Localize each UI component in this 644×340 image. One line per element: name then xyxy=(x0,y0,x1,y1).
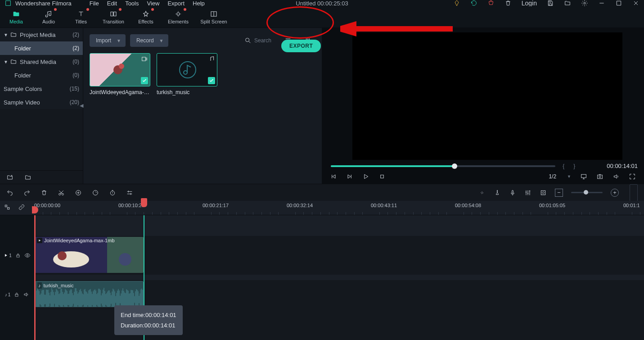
prev-frame-icon[interactable] xyxy=(330,173,337,180)
audio-track[interactable]: ♪1 ♪turkish_music xyxy=(0,280,644,309)
tab-audio[interactable]: Audio xyxy=(32,6,65,27)
elements-icon xyxy=(174,10,182,18)
speed-icon[interactable] xyxy=(92,189,99,196)
ruler-tick: 00:01:05:05 xyxy=(539,203,565,208)
match-icon[interactable] xyxy=(4,204,11,211)
keyframe-icon[interactable] xyxy=(540,189,547,196)
record-dropdown[interactable]: Record▼ xyxy=(130,34,168,47)
media-item-name: turkish_music xyxy=(157,89,217,95)
sidebar-item-sample-video[interactable]: Sample Video (20) xyxy=(0,95,83,109)
delete-icon[interactable] xyxy=(41,189,48,196)
export-button[interactable]: EXPORT xyxy=(281,40,321,52)
preview-timecode: 00:00:14:01 xyxy=(607,163,638,169)
lock-icon[interactable] xyxy=(15,253,21,258)
video-clip[interactable]: JointWideeyedAgama-max-1mb xyxy=(35,237,144,273)
tab-effects[interactable]: Effects xyxy=(130,6,162,27)
titles-icon xyxy=(77,10,85,18)
dot-icon xyxy=(151,8,154,11)
sidebar-item-folder-1[interactable]: Folder (2) xyxy=(0,41,83,55)
marker-icon[interactable] xyxy=(494,189,501,196)
adjust-icon[interactable] xyxy=(126,189,133,196)
display-icon[interactable] xyxy=(580,173,587,180)
ruler-tick: 00:00:21:17 xyxy=(203,203,229,208)
preview-slider[interactable] xyxy=(331,165,555,167)
media-item[interactable]: turkish_music xyxy=(157,53,217,95)
undo-icon[interactable] xyxy=(6,189,14,196)
stop-icon[interactable] xyxy=(378,173,386,180)
diamond-icon[interactable] xyxy=(453,0,460,7)
login-button[interactable]: Login xyxy=(522,0,537,7)
tab-splitscreen-label: Split Screen xyxy=(200,19,227,24)
tab-splitscreen[interactable]: Split Screen xyxy=(194,6,233,27)
maximize-icon[interactable] xyxy=(615,0,622,7)
preview-video[interactable] xyxy=(352,32,622,160)
visibility-icon[interactable] xyxy=(24,252,31,258)
svg-rect-27 xyxy=(512,190,513,193)
folder-icon xyxy=(10,31,17,38)
audio-clip[interactable]: ♪turkish_music xyxy=(35,281,144,307)
mixer-icon[interactable] xyxy=(524,189,531,196)
menu-tools[interactable]: Tools xyxy=(125,0,139,7)
redo-icon[interactable] xyxy=(23,189,31,196)
zoom-out-button[interactable]: − xyxy=(555,189,563,197)
zoom-slider[interactable] xyxy=(571,192,603,193)
trash-icon[interactable] xyxy=(504,0,512,7)
next-frame-icon[interactable] xyxy=(346,173,353,180)
range-start-marker[interactable] xyxy=(34,215,36,340)
work-area: ▼ Project Media (2) Folder (2) ▼ Shared … xyxy=(0,28,644,184)
sidebar-item-sample-colors[interactable]: Sample Colors (15) xyxy=(0,82,83,95)
menu-view[interactable]: View xyxy=(147,0,159,7)
fullscreen-icon[interactable] xyxy=(629,173,636,180)
voiceover-icon[interactable] xyxy=(509,189,516,196)
menu-help[interactable]: Help xyxy=(193,0,205,7)
sidebar-item-shared-media[interactable]: ▼ Shared Media (0) xyxy=(0,55,83,68)
open-icon[interactable] xyxy=(564,0,571,7)
crop-icon[interactable] xyxy=(75,189,82,196)
mute-icon[interactable] xyxy=(23,291,29,298)
timeline-ruler[interactable]: 00:00:00:0000:00:10:2000:00:21:1700:00:3… xyxy=(0,201,644,215)
dot-icon xyxy=(184,8,186,11)
zoom-in-button[interactable]: + xyxy=(611,189,619,197)
menu-export[interactable]: Export xyxy=(167,0,185,7)
timeline-tracks: 1 JointWideeyedAgama-max-1mb ♪1 xyxy=(0,215,644,340)
svg-point-24 xyxy=(93,190,98,195)
volume-icon[interactable] xyxy=(612,173,620,180)
panel-collapse-icon[interactable]: ◀ xyxy=(80,103,83,109)
folder-icon[interactable] xyxy=(24,174,32,181)
splitscreen-icon xyxy=(210,10,218,18)
video-track[interactable]: 1 JointWideeyedAgama-max-1mb xyxy=(0,236,644,275)
title-bar: Wondershare Filmora File Edit Tools View… xyxy=(0,0,644,6)
duration-icon[interactable] xyxy=(109,189,116,196)
close-icon[interactable] xyxy=(632,0,639,7)
tab-media[interactable]: Media xyxy=(0,6,32,27)
sidebar-item-project-media[interactable]: ▼ Project Media (2) xyxy=(0,28,83,41)
preview-panel: { } 00:00:14:01 1/2▼ xyxy=(322,28,644,184)
svg-point-14 xyxy=(119,63,124,69)
lock-icon[interactable] xyxy=(14,292,19,297)
save-icon[interactable] xyxy=(547,0,554,7)
search-icon xyxy=(244,37,252,44)
render-icon[interactable] xyxy=(478,189,486,196)
cut-icon[interactable] xyxy=(58,189,65,196)
menu-file[interactable]: File xyxy=(90,0,99,7)
tab-elements[interactable]: Elements xyxy=(162,6,194,27)
search-input[interactable]: Search xyxy=(244,37,276,44)
snapshot-icon[interactable] xyxy=(596,173,603,180)
media-item[interactable]: JointWideeyedAgama-ma... xyxy=(90,53,150,95)
new-folder-icon[interactable] xyxy=(6,174,14,181)
sidebar-item-folder-2[interactable]: Folder (0) xyxy=(0,68,83,82)
minimize-icon[interactable] xyxy=(598,0,605,7)
cart-icon[interactable] xyxy=(487,0,495,7)
settings-icon[interactable] xyxy=(581,0,588,7)
link-icon[interactable] xyxy=(18,204,25,211)
tab-titles[interactable]: Titles xyxy=(65,6,97,27)
tab-transition[interactable]: Transition xyxy=(97,6,130,27)
import-dropdown[interactable]: Import▼ xyxy=(90,34,126,47)
menu-edit[interactable]: Edit xyxy=(107,0,117,7)
check-icon xyxy=(141,77,148,84)
zoom-fit-button[interactable] xyxy=(630,184,638,201)
tab-elements-label: Elements xyxy=(168,19,189,24)
preview-quality-select[interactable]: 1/2▼ xyxy=(549,173,571,180)
play-icon[interactable] xyxy=(362,173,369,180)
refresh-icon[interactable] xyxy=(470,0,477,7)
